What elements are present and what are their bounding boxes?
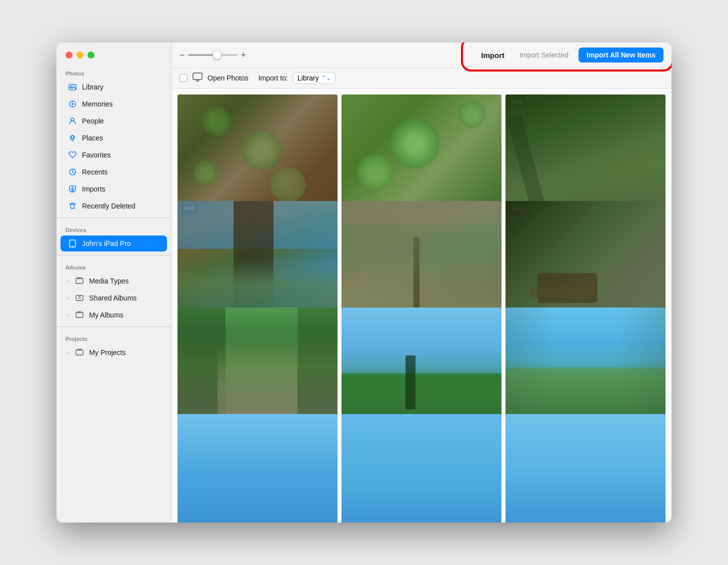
hdr-badge-3: HDR	[510, 98, 526, 106]
chevron-media-types-icon: ›	[68, 278, 69, 284]
chevron-my-projects-icon: ›	[68, 350, 69, 356]
sidebar-item-people[interactable]: People	[60, 113, 167, 129]
recently-deleted-icon	[68, 201, 78, 211]
svg-rect-18	[76, 350, 83, 355]
sidebar-item-favorites[interactable]: Favorites	[60, 147, 167, 163]
memories-label: Memories	[82, 100, 112, 108]
svg-point-15	[78, 296, 80, 298]
places-label: Places	[82, 134, 103, 142]
app-window: Photos Library Memories	[56, 42, 672, 522]
photo-cell-3[interactable]: HDR	[506, 94, 666, 214]
sidebar-item-library[interactable]: Library	[60, 79, 167, 95]
photo-cell-11[interactable]	[342, 414, 502, 522]
shared-albums-label: Shared Albums	[89, 294, 136, 302]
recently-deleted-label: Recently Deleted	[82, 202, 136, 210]
favorites-label: Favorites	[82, 151, 111, 159]
svg-rect-12	[76, 278, 83, 284]
svg-rect-19	[78, 349, 82, 350]
photo-cell-2[interactable]	[342, 94, 502, 214]
places-icon	[68, 133, 78, 143]
sidebar-item-places[interactable]: Places	[60, 130, 167, 146]
zoom-slider[interactable]	[188, 54, 238, 56]
sidebar-item-recents[interactable]: Recents	[60, 164, 167, 180]
photo-cell-1[interactable]	[178, 94, 338, 214]
divider-1	[56, 218, 171, 218]
svg-rect-13	[77, 278, 82, 278]
photos-section-label: Photos	[56, 64, 171, 78]
divider-2	[56, 255, 171, 256]
minimize-button[interactable]	[76, 52, 84, 58]
hdr-badge-4: HDR	[182, 205, 198, 212]
zoom-controls: − +	[180, 50, 246, 60]
close-button[interactable]	[66, 52, 72, 58]
photobar: Open Photos Import to: Library ⌃⌄	[172, 68, 672, 88]
divider-3	[56, 326, 171, 327]
hdr-badge-6: HDR	[510, 205, 526, 212]
chevron-shared-albums-icon: ›	[68, 296, 69, 301]
photo-cell-12[interactable]	[506, 414, 666, 522]
photo-cell-5[interactable]	[342, 201, 502, 321]
sidebar-item-my-projects[interactable]: › My Projects	[60, 344, 167, 360]
photo-grid: HDR HDR	[172, 88, 672, 522]
import-to-value: Library	[298, 74, 319, 82]
media-types-label: Media Types	[89, 277, 128, 285]
sidebar-item-media-types[interactable]: › Media Types	[60, 273, 167, 289]
main-content: − + Import Import Selected Import All Ne…	[172, 42, 672, 522]
sidebar-item-imports[interactable]: Imports	[60, 181, 167, 197]
my-projects-icon	[74, 348, 84, 358]
library-icon	[68, 82, 78, 92]
photo-cell-6[interactable]: HDR	[506, 201, 666, 321]
toolbar: − + Import Import Selected Import All Ne…	[172, 42, 672, 68]
albums-section-label: Albums	[56, 258, 171, 272]
zoom-out-button[interactable]: −	[180, 50, 185, 60]
sidebar-item-recently-deleted[interactable]: Recently Deleted	[60, 198, 167, 214]
devices-section-label: Devices	[56, 221, 171, 235]
svg-rect-17	[78, 312, 82, 312]
import-area: Import Import Selected Import All New It…	[476, 48, 664, 62]
sidebar-item-my-albums[interactable]: › My Albums	[60, 307, 167, 323]
toolbar-right: Import Import Selected Import All New It…	[476, 48, 664, 62]
favorites-icon	[68, 150, 78, 160]
toolbar-left: − +	[180, 50, 246, 60]
open-photos-label: Open Photos	[208, 74, 248, 82]
import-tab[interactable]: Import	[476, 48, 510, 62]
ipad-icon	[68, 238, 78, 248]
photo-cell-4[interactable]: HDR	[178, 201, 338, 321]
import-all-new-items-button[interactable]: Import All New Items	[578, 48, 664, 62]
photo-cell-8[interactable]	[342, 308, 502, 428]
monitor-icon	[192, 72, 202, 84]
svg-point-6	[71, 118, 74, 121]
sidebar-item-ipad[interactable]: John's iPad Pro	[60, 236, 167, 252]
chevron-my-albums-icon: ›	[68, 312, 69, 318]
sidebar: Photos Library Memories	[56, 42, 172, 522]
maximize-button[interactable]	[88, 52, 94, 58]
sidebar-item-memories[interactable]: Memories	[60, 96, 167, 112]
zoom-in-button[interactable]: +	[241, 50, 246, 60]
sidebar-item-shared-albums[interactable]: › Shared Albums	[60, 290, 167, 306]
my-albums-icon	[74, 310, 84, 320]
svg-point-3	[72, 103, 74, 105]
import-to-label: Import to:	[258, 74, 288, 82]
window-controls	[56, 42, 171, 64]
recents-icon	[68, 167, 78, 177]
projects-section-label: Projects	[56, 330, 171, 344]
memories-icon	[68, 99, 78, 109]
imports-icon	[68, 184, 78, 194]
import-to-select[interactable]: Library ⌃⌄	[293, 72, 336, 84]
imports-label: Imports	[82, 185, 106, 193]
media-types-icon	[74, 276, 84, 286]
shared-albums-icon	[74, 293, 84, 303]
my-projects-label: My Projects	[89, 348, 126, 356]
photo-cell-10[interactable]	[178, 414, 338, 522]
photo-cell-7[interactable]	[178, 308, 338, 428]
recents-label: Recents	[82, 168, 108, 176]
people-icon	[68, 116, 78, 126]
library-label: Library	[82, 83, 104, 91]
select-arrow-icon: ⌃⌄	[321, 74, 331, 82]
people-label: People	[82, 117, 104, 125]
select-all-checkbox[interactable]	[180, 74, 188, 82]
photo-cell-9[interactable]	[506, 308, 666, 428]
import-selected-button[interactable]: Import Selected	[514, 48, 574, 62]
ipad-label: John's iPad Pro	[82, 240, 131, 248]
my-albums-label: My Albums	[89, 311, 123, 319]
